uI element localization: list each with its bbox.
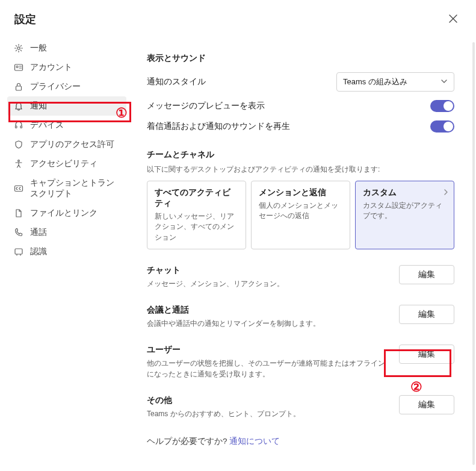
sidebar-item-calls[interactable]: 通話 bbox=[7, 223, 126, 242]
svg-rect-5 bbox=[20, 126, 22, 128]
close-icon bbox=[449, 14, 457, 25]
file-icon bbox=[13, 208, 24, 219]
sidebar-item-label: 一般 bbox=[30, 43, 47, 54]
svg-point-0 bbox=[17, 47, 20, 49]
sidebar-item-accessibility[interactable]: アクセシビリティ bbox=[7, 154, 126, 173]
badge-icon bbox=[13, 246, 24, 257]
sidebar-item-captions[interactable]: キャプションとトランスクリプト bbox=[7, 173, 126, 204]
sidebar-item-account[interactable]: アカウント bbox=[7, 58, 126, 77]
chevron-down-icon bbox=[440, 78, 448, 87]
sidebar-item-devices[interactable]: デバイス bbox=[7, 116, 126, 135]
help-prefix: ヘルプが必要ですか? bbox=[147, 437, 229, 446]
page-title: 設定 bbox=[14, 12, 36, 27]
close-button[interactable] bbox=[445, 11, 462, 28]
group-desc: 会議中や通話中の通知とリマインダーを制御します。 bbox=[147, 318, 387, 329]
card-title: すべてのアクティビティ bbox=[155, 187, 238, 209]
dialog-body: 一般 アカウント プライバシー 通知 bbox=[0, 33, 476, 471]
sidebar-item-label: キャプションとトランスクリプト bbox=[30, 178, 120, 199]
section-desc: 以下に関するデスクトップおよびアクティビティの通知を受け取ります: bbox=[147, 164, 454, 175]
row-sound-play: 着信通話および通知のサウンドを再生 bbox=[147, 120, 454, 133]
sidebar-item-app-permissions[interactable]: アプリのアクセス許可 bbox=[7, 135, 126, 154]
card-desc: カスタム設定がアクティブです。 bbox=[363, 201, 447, 222]
row-label: 着信通話および通知のサウンドを再生 bbox=[147, 121, 290, 132]
card-title: メンションと返信 bbox=[259, 187, 342, 198]
sidebar-item-label: アカウント bbox=[30, 62, 72, 73]
section-title: 表示とサウンド bbox=[147, 53, 454, 64]
sidebar-item-label: デバイス bbox=[30, 120, 64, 131]
edit-button-users[interactable]: 編集 bbox=[399, 345, 454, 364]
row-label: メッセージのプレビューを表示 bbox=[147, 101, 265, 111]
row-message-preview: メッセージのプレビューを表示 bbox=[147, 100, 454, 112]
svg-rect-1 bbox=[15, 64, 23, 70]
settings-sidebar: 一般 アカウント プライバシー 通知 bbox=[0, 33, 131, 471]
group-desc: 他のユーザーの状態を把握し、そのユーザーが連絡可能またはオフラインになったときに… bbox=[147, 358, 387, 379]
edit-button-chat[interactable]: 編集 bbox=[399, 265, 454, 284]
lock-icon bbox=[13, 81, 24, 92]
edit-button-meetings[interactable]: 編集 bbox=[399, 305, 454, 324]
card-title: カスタム bbox=[363, 187, 447, 198]
sidebar-item-privacy[interactable]: プライバシー bbox=[7, 77, 126, 96]
section-teams-channels: チームとチャネル 以下に関するデスクトップおよびアクティビティの通知を受け取りま… bbox=[147, 149, 454, 249]
sidebar-item-files-links[interactable]: ファイルとリンク bbox=[7, 204, 126, 223]
group-chat: チャット メッセージ、メンション、リアクション。 編集 bbox=[147, 265, 454, 289]
edit-button-other[interactable]: 編集 bbox=[399, 395, 454, 414]
svg-point-6 bbox=[18, 160, 20, 162]
svg-rect-3 bbox=[16, 86, 22, 90]
sidebar-item-label: ファイルとリンク bbox=[30, 208, 97, 219]
accessibility-icon bbox=[13, 158, 24, 169]
card-desc: 新しいメッセージ、リアクション、すべてのメンション bbox=[155, 211, 238, 243]
sidebar-item-label: プライバシー bbox=[30, 81, 81, 92]
group-title: ユーザー bbox=[147, 345, 387, 355]
help-link[interactable]: 通知について bbox=[229, 437, 280, 446]
svg-rect-8 bbox=[15, 249, 22, 254]
notification-sound-toggle[interactable] bbox=[430, 120, 454, 133]
chevron-right-icon bbox=[443, 187, 449, 197]
sidebar-item-notifications[interactable]: 通知 bbox=[7, 96, 126, 116]
sidebar-item-label: アプリのアクセス許可 bbox=[30, 139, 114, 150]
settings-dialog: 設定 一般 アカウント bbox=[0, 0, 476, 471]
row-notification-style: 通知のスタイル Teams の組み込み bbox=[147, 72, 454, 92]
group-desc: Teams からのおすすめ、ヒント、プロンプト。 bbox=[147, 408, 387, 419]
group-title: チャット bbox=[147, 265, 387, 276]
notification-style-dropdown[interactable]: Teams の組み込み bbox=[336, 72, 454, 92]
option-all-activity[interactable]: すべてのアクティビティ 新しいメッセージ、リアクション、すべてのメンション bbox=[147, 181, 246, 249]
help-row: ヘルプが必要ですか? 通知について bbox=[147, 436, 454, 447]
sidebar-item-label: 通知 bbox=[30, 101, 47, 111]
sidebar-item-general[interactable]: 一般 bbox=[7, 39, 126, 58]
sidebar-item-label: アクセシビリティ bbox=[30, 158, 97, 169]
card-desc: 個人のメンションとメッセージへの返信 bbox=[259, 201, 342, 222]
group-title: その他 bbox=[147, 395, 387, 406]
teams-channels-options: すべてのアクティビティ 新しいメッセージ、リアクション、すべてのメンション メン… bbox=[147, 181, 454, 249]
svg-point-2 bbox=[16, 66, 18, 68]
sidebar-item-recognition[interactable]: 認識 bbox=[7, 242, 126, 261]
scrollbar[interactable] bbox=[472, 42, 475, 465]
option-custom[interactable]: カスタム カスタム設定がアクティブです。 bbox=[355, 181, 454, 249]
bell-icon bbox=[13, 101, 24, 111]
group-title: 会議と通話 bbox=[147, 305, 387, 316]
section-title: チームとチャネル bbox=[147, 149, 454, 160]
dropdown-value: Teams の組み込み bbox=[343, 76, 407, 87]
gear-icon bbox=[13, 43, 24, 54]
sidebar-item-label: 通話 bbox=[30, 227, 47, 238]
headset-icon bbox=[13, 120, 24, 131]
group-meetings-calls: 会議と通話 会議中や通話中の通知とリマインダーを制御します。 編集 bbox=[147, 305, 454, 329]
option-mentions-replies[interactable]: メンションと返信 個人のメンションとメッセージへの返信 bbox=[251, 181, 350, 249]
row-label: 通知のスタイル bbox=[147, 76, 206, 87]
group-users: ユーザー 他のユーザーの状態を把握し、そのユーザーが連絡可能またはオフラインにな… bbox=[147, 345, 454, 379]
message-preview-toggle[interactable] bbox=[430, 100, 454, 112]
person-card-icon bbox=[13, 62, 24, 73]
cc-icon bbox=[13, 183, 24, 194]
group-desc: メッセージ、メンション、リアクション。 bbox=[147, 278, 387, 289]
settings-content: 表示とサウンド 通知のスタイル Teams の組み込み メッセージのプレビューを… bbox=[131, 33, 476, 471]
svg-rect-4 bbox=[16, 126, 17, 128]
dialog-header: 設定 bbox=[0, 0, 476, 33]
shield-icon bbox=[13, 139, 24, 150]
phone-icon bbox=[13, 227, 24, 238]
section-display-sound: 表示とサウンド 通知のスタイル Teams の組み込み メッセージのプレビューを… bbox=[147, 53, 454, 133]
sidebar-item-label: 認識 bbox=[30, 246, 47, 257]
group-other: その他 Teams からのおすすめ、ヒント、プロンプト。 編集 bbox=[147, 395, 454, 419]
